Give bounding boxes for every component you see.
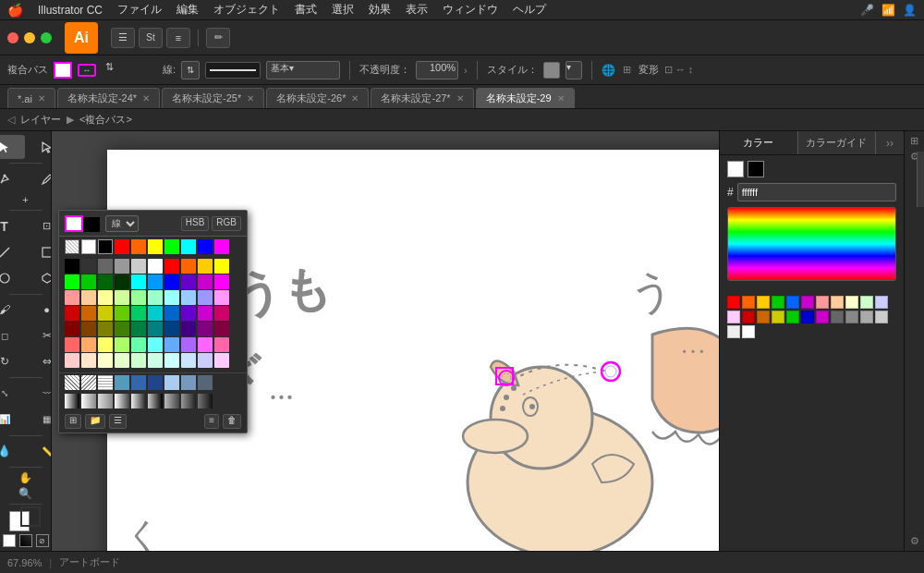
rp-color-cell[interactable]: [816, 296, 829, 309]
menu-effect[interactable]: 効果: [369, 2, 391, 18]
pattern-cell-1[interactable]: [65, 375, 79, 390]
color-cell[interactable]: [164, 337, 179, 352]
color-cell[interactable]: [214, 290, 229, 305]
cp-rgb-btn[interactable]: RGB: [212, 216, 241, 231]
polygon-tool[interactable]: [27, 266, 53, 290]
color-cell[interactable]: [65, 322, 79, 336]
layer-nav-icon[interactable]: ◁: [7, 114, 15, 126]
minimize-button[interactable]: [24, 32, 35, 43]
menu-window[interactable]: ウィンドウ: [443, 2, 498, 18]
grad-cell-3[interactable]: [98, 394, 113, 408]
color-cell[interactable]: [98, 259, 113, 274]
magenta-cell[interactable]: [214, 239, 229, 254]
paintbrush-tool[interactable]: 🖌: [0, 298, 25, 322]
color-cell[interactable]: [198, 353, 213, 368]
close-button[interactable]: [7, 32, 18, 43]
color-cell[interactable]: [181, 290, 196, 305]
eraser-tool[interactable]: ◻: [0, 323, 25, 347]
color-cell[interactable]: [81, 353, 96, 368]
pattern-cell-8[interactable]: [181, 375, 196, 390]
toolbar-menu-icon[interactable]: ☰: [111, 28, 135, 48]
color-cell[interactable]: [164, 274, 179, 289]
color-cell[interactable]: [115, 322, 129, 336]
rp-color-cell[interactable]: [727, 296, 740, 309]
rp-color-cell[interactable]: [845, 296, 858, 309]
normal-color-btn[interactable]: [3, 534, 16, 547]
color-cell[interactable]: [181, 259, 196, 274]
color-cell[interactable]: [148, 259, 163, 274]
rp-color-cell[interactable]: [757, 311, 770, 323]
color-picker-panel[interactable]: 線 HSB RGB: [58, 210, 248, 433]
far-right-btn-3[interactable]: ⚙: [910, 535, 919, 547]
stroke-dropdown[interactable]: ⇅: [102, 61, 157, 79]
style-select[interactable]: ▾: [565, 61, 582, 79]
color-cell[interactable]: [131, 306, 146, 321]
rp-color-cell[interactable]: [875, 296, 888, 309]
color-cell[interactable]: [115, 306, 129, 321]
red-cell[interactable]: [115, 239, 129, 254]
color-cell[interactable]: [81, 274, 96, 289]
grad-cell-9[interactable]: [198, 394, 213, 408]
color-cell[interactable]: [148, 306, 163, 321]
direct-selection-tool[interactable]: [27, 135, 53, 159]
tab-ai-close[interactable]: ✕: [38, 93, 45, 104]
rp-color-cell[interactable]: [831, 311, 844, 323]
toolbar-grid-icon[interactable]: ≡: [166, 28, 190, 48]
color-cell[interactable]: [181, 274, 196, 289]
tab-24-close[interactable]: ✕: [142, 93, 150, 104]
line-tool[interactable]: [0, 240, 25, 264]
color-cell[interactable]: [181, 322, 196, 336]
pattern-cell-9[interactable]: [198, 375, 213, 390]
color-guide-tab[interactable]: カラーガイド: [798, 131, 877, 154]
maximize-button[interactable]: [41, 32, 52, 43]
color-cell[interactable]: [198, 259, 213, 274]
selection-tool[interactable]: [0, 135, 25, 159]
orange-cell[interactable]: [131, 239, 146, 254]
right-scrollbar[interactable]: [917, 152, 924, 207]
pattern-cell-4[interactable]: [115, 375, 129, 390]
color-cell[interactable]: [131, 322, 146, 336]
stroke-toggle[interactable]: ↔: [78, 64, 96, 77]
menu-edit[interactable]: 編集: [176, 2, 199, 18]
color-cell[interactable]: [98, 306, 113, 321]
color-cell[interactable]: [164, 259, 179, 274]
reflect-tool[interactable]: ⇔: [27, 349, 53, 373]
grad-cell-4[interactable]: [115, 394, 129, 408]
color-cell[interactable]: [148, 274, 163, 289]
color-cell[interactable]: [214, 337, 229, 352]
menu-object[interactable]: オブジェクト: [213, 2, 280, 18]
opacity-arrow[interactable]: ›: [464, 65, 468, 76]
ellipse-tool[interactable]: [0, 266, 25, 290]
rp-black-swatch[interactable]: [748, 161, 764, 177]
hand-tool[interactable]: ✋: [6, 471, 46, 484]
color-cell[interactable]: [198, 337, 213, 352]
tab-24[interactable]: 名称未設定-24* ✕: [57, 88, 160, 108]
color-cell[interactable]: [214, 322, 229, 336]
stroke-type-select[interactable]: 基本▾: [266, 61, 340, 79]
color-cell[interactable]: [115, 290, 129, 305]
color-cell[interactable]: [148, 337, 163, 352]
color-cell[interactable]: [115, 274, 129, 289]
toolbar-pen-icon[interactable]: ✏: [206, 28, 230, 48]
color-cell[interactable]: [81, 259, 96, 274]
color-cell[interactable]: [98, 274, 113, 289]
pattern-cell-3[interactable]: [98, 375, 113, 390]
rp-color-cell[interactable]: [786, 311, 799, 323]
rp-color-cell[interactable]: [801, 296, 814, 309]
tab-26[interactable]: 名称未設定-26* ✕: [266, 88, 369, 108]
color-cell[interactable]: [65, 306, 79, 321]
menu-file[interactable]: ファイル: [117, 2, 162, 18]
rp-color-cell[interactable]: [757, 296, 770, 309]
color-cell[interactable]: [164, 322, 179, 336]
grad-cell-1[interactable]: [65, 394, 79, 408]
grad-cell-6[interactable]: [148, 394, 163, 408]
panel-expand-btn[interactable]: ››: [876, 131, 904, 154]
pen-tool[interactable]: [0, 167, 25, 191]
gradient-btn[interactable]: [19, 534, 32, 547]
color-cell[interactable]: [98, 353, 113, 368]
color-cell[interactable]: [65, 337, 79, 352]
color-cell[interactable]: [181, 337, 196, 352]
scissors-tool[interactable]: ✂: [27, 323, 53, 347]
stroke-color-swatch[interactable]: [20, 506, 41, 527]
grad-cell-2[interactable]: [81, 394, 96, 408]
